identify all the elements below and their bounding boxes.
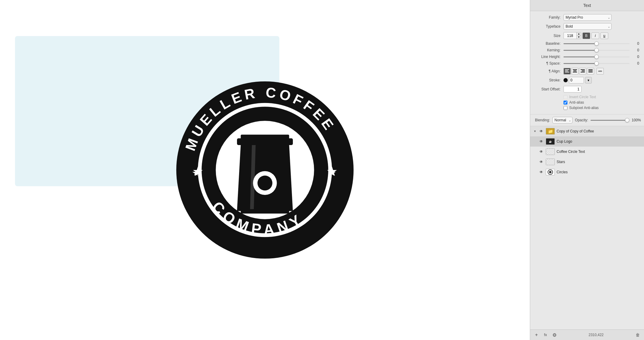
coffee-circle-thumb xyxy=(546,148,555,155)
stroke-control: 0 ▼ xyxy=(564,77,639,83)
bold-button[interactable]: B xyxy=(582,32,590,39)
panel-body: Family: Myriad Pro Typeface Bold xyxy=(530,11,644,329)
subpixel-anti-alias-checkbox[interactable] xyxy=(564,106,567,110)
anti-alias-checkbox[interactable] xyxy=(564,101,567,105)
svg-point-11 xyxy=(257,176,272,191)
start-offset-row: Start Offset: 1 xyxy=(535,86,639,93)
baseline-label: Baseline: xyxy=(535,41,564,46)
size-stepper-arrows: ▲ ▼ xyxy=(576,32,581,39)
size-input[interactable]: 118 xyxy=(564,33,576,39)
cup-logo-layer-name: Cup Logo xyxy=(557,139,641,144)
blending-select[interactable]: Normal xyxy=(552,117,573,123)
align-label: ¶ Align: xyxy=(535,69,564,73)
layer-row-circles[interactable]: 👁 Circles xyxy=(530,167,644,177)
stroke-color-dot[interactable] xyxy=(564,78,568,82)
circles-thumb xyxy=(546,169,555,175)
space-value: 0 xyxy=(632,61,639,65)
svg-rect-22 xyxy=(582,71,585,71)
kerning-row: Kerning: 0 xyxy=(535,48,639,52)
align-justify-button[interactable] xyxy=(587,68,594,74)
svg-rect-23 xyxy=(581,72,585,72)
fx-button[interactable]: fx xyxy=(542,332,549,338)
align-control xyxy=(564,68,639,74)
cup-logo-eye-icon[interactable]: 👁 xyxy=(539,139,544,144)
line-height-label: Line Height: xyxy=(535,55,564,59)
group-eye-icon[interactable]: 👁 xyxy=(539,129,544,133)
space-control: 0 xyxy=(564,61,639,65)
stars-thumb xyxy=(546,159,555,165)
line-height-value: 0 xyxy=(632,55,639,59)
delete-layer-button[interactable]: 🗑 xyxy=(634,332,641,338)
link-button[interactable] xyxy=(597,68,604,74)
canvas-area[interactable]: MUELLER COFFEE COMPANY xyxy=(0,0,530,340)
stroke-value-input[interactable]: 0 xyxy=(569,77,584,83)
svg-rect-9 xyxy=(241,135,289,140)
align-buttons xyxy=(564,68,594,74)
family-control: Myriad Pro xyxy=(564,14,639,21)
line-height-control: 0 xyxy=(564,55,639,59)
baseline-slider[interactable] xyxy=(564,43,630,44)
align-center-button[interactable] xyxy=(571,68,579,74)
start-offset-input[interactable]: 1 xyxy=(564,86,582,93)
family-label: Family: xyxy=(535,15,564,20)
size-control: 118 ▲ ▼ B i u xyxy=(564,32,639,39)
coffee-circle-eye-icon[interactable]: 👁 xyxy=(539,150,544,154)
underline-button[interactable]: u xyxy=(600,32,608,39)
family-select-wrapper[interactable]: Myriad Pro xyxy=(564,14,612,21)
svg-rect-21 xyxy=(581,69,585,70)
space-row: ¶ Space: 0 xyxy=(535,61,639,65)
layer-row-stars[interactable]: 👁 Stars xyxy=(530,157,644,167)
typeface-select[interactable]: Bold xyxy=(564,23,612,30)
start-offset-label: Start Offset: xyxy=(535,87,564,91)
blending-label: Blending: xyxy=(535,118,550,122)
blending-select-wrapper[interactable]: Normal xyxy=(552,117,573,123)
invert-circle-text-row: Invert Circle Text xyxy=(564,95,639,99)
svg-rect-15 xyxy=(565,69,569,70)
logo-container: MUELLER COFFEE COMPANY xyxy=(172,77,358,263)
svg-rect-17 xyxy=(565,72,569,72)
stroke-dropdown-button[interactable]: ▼ xyxy=(585,77,592,83)
line-height-slider[interactable] xyxy=(564,56,630,57)
baseline-row: Baseline: 0 xyxy=(535,41,639,46)
typeface-control: Bold xyxy=(564,23,639,30)
align-left-button[interactable] xyxy=(564,68,571,74)
circles-layer-name: Circles xyxy=(557,170,641,174)
align-right-button[interactable] xyxy=(579,68,586,74)
space-slider[interactable] xyxy=(564,63,630,64)
family-row: Family: Myriad Pro xyxy=(535,14,639,21)
kerning-label: Kerning: xyxy=(535,48,564,52)
layer-row-cup-logo[interactable]: 👁 ☕ Cup Logo xyxy=(530,136,644,147)
add-layer-button[interactable]: + xyxy=(533,332,540,338)
typeface-select-wrapper[interactable]: Bold xyxy=(564,23,612,30)
coordinates-display: 2310,422 xyxy=(560,333,632,337)
line-height-row: Line Height: 0 xyxy=(535,55,639,59)
svg-rect-12 xyxy=(241,209,289,214)
layer-group-row[interactable]: ▼ 👁 📁 Copy of Copy of Coffee xyxy=(530,126,644,136)
right-panel: Text Family: Myriad Pro Typeface xyxy=(530,0,644,340)
size-up-button[interactable]: ▲ xyxy=(577,32,581,36)
baseline-value: 0 xyxy=(632,41,639,46)
size-stepper[interactable]: 118 ▲ ▼ xyxy=(564,32,581,39)
subpixel-anti-alias-row: Subpixel Anti-alias xyxy=(564,106,639,110)
baseline-control: 0 xyxy=(564,41,639,46)
opacity-label: Opacity: xyxy=(575,118,588,122)
kerning-slider[interactable] xyxy=(564,50,630,51)
anti-alias-label: Anti-alias xyxy=(569,100,584,105)
family-select[interactable]: Myriad Pro xyxy=(564,14,612,21)
size-row: Size 118 ▲ ▼ B i u xyxy=(535,32,639,39)
space-label: ¶ Space: xyxy=(535,61,564,65)
invert-circle-text-checkbox[interactable] xyxy=(564,95,567,99)
stroke-label: Stroke: xyxy=(535,78,564,82)
stroke-row: Stroke: 0 ▼ xyxy=(535,77,639,83)
opacity-slider[interactable] xyxy=(591,120,629,121)
stars-eye-icon[interactable]: 👁 xyxy=(539,160,544,164)
stars-layer-name: Stars xyxy=(557,160,641,164)
kerning-value: 0 xyxy=(632,48,639,52)
size-down-button[interactable]: ▼ xyxy=(577,36,581,39)
layer-row-coffee-circle-text[interactable]: 👁 Coffee Circle Text xyxy=(530,147,644,157)
italic-button[interactable]: i xyxy=(591,32,599,39)
anti-alias-row: Anti-alias xyxy=(564,100,639,105)
kerning-control: 0 xyxy=(564,48,639,52)
gear-button[interactable]: ⚙ xyxy=(551,332,558,338)
circles-eye-icon[interactable]: 👁 xyxy=(539,170,544,174)
